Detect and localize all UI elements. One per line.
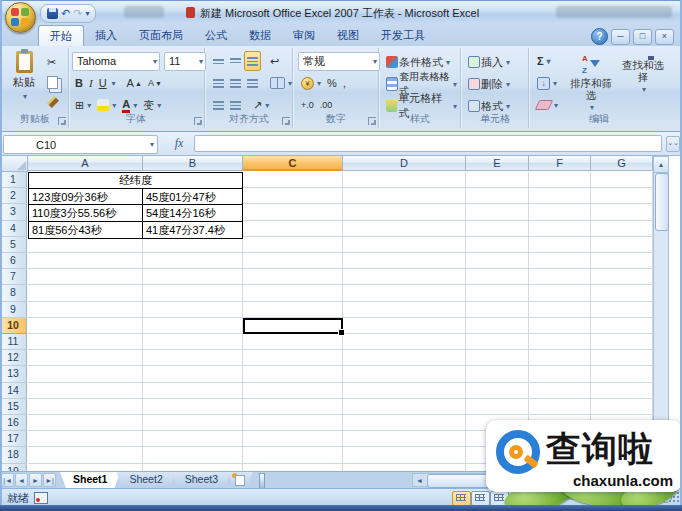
row-header-5[interactable]: 5 <box>0 237 27 253</box>
column-header-D[interactable]: D <box>343 156 466 171</box>
grid-cell-A3[interactable]: 110度3分55.56秒 <box>29 205 143 220</box>
row-header-8[interactable]: 8 <box>0 285 27 301</box>
underline-button[interactable]: U <box>96 73 110 93</box>
page-layout-view-button[interactable] <box>471 491 490 506</box>
tab-split-handle[interactable] <box>259 473 265 489</box>
format-painter-button[interactable] <box>44 92 62 112</box>
font-dialog-launcher-icon[interactable] <box>194 117 202 125</box>
row-header-17[interactable]: 17 <box>0 431 27 447</box>
row-header-12[interactable]: 12 <box>0 350 27 366</box>
vertical-scroll-thumb[interactable] <box>655 173 669 231</box>
column-header-E[interactable]: E <box>466 156 529 171</box>
first-sheet-button[interactable]: |◄ <box>1 473 14 487</box>
find-select-button[interactable]: 查找和选择 ▾ <box>618 50 668 116</box>
select-all-corner[interactable] <box>0 156 28 172</box>
merged-cell-A1-B1[interactable]: 经纬度 <box>29 173 242 189</box>
office-button[interactable] <box>5 2 36 33</box>
tab-insert[interactable]: 插入 <box>84 25 128 46</box>
grid-cell-B2[interactable]: 45度01分47秒 <box>143 189 242 204</box>
align-right-button[interactable] <box>244 73 261 93</box>
formula-input[interactable] <box>194 135 662 152</box>
name-box[interactable]: C10 ▾ <box>3 135 158 154</box>
percent-style-button[interactable]: % <box>324 73 340 93</box>
alignment-dialog-launcher-icon[interactable] <box>282 117 290 125</box>
column-header-G[interactable]: G <box>591 156 653 171</box>
wrap-text-button[interactable]: ↩ <box>267 51 282 71</box>
align-left-button[interactable] <box>210 73 227 93</box>
grid-cell-A4[interactable]: 81度56分43秒 <box>29 222 143 238</box>
tab-developer[interactable]: 开发工具 <box>370 25 436 46</box>
row-header-11[interactable]: 11 <box>0 334 27 350</box>
column-header-C[interactable]: C <box>243 156 343 171</box>
fill-handle[interactable] <box>338 329 345 336</box>
align-middle-button[interactable] <box>227 51 244 71</box>
insert-function-button[interactable]: fx <box>168 135 190 152</box>
row-header-9[interactable]: 9 <box>0 302 27 318</box>
row-header-16[interactable]: 16 <box>0 415 27 431</box>
insert-cells-button[interactable]: 插入 ▾ <box>465 52 513 72</box>
bold-button[interactable]: B <box>72 73 86 93</box>
column-header-B[interactable]: B <box>143 156 243 171</box>
row-header-4[interactable]: 4 <box>0 221 27 237</box>
accounting-format-button[interactable]: ¥▾ <box>298 73 324 93</box>
clipboard-dialog-launcher-icon[interactable] <box>58 117 66 125</box>
row-header-13[interactable]: 13 <box>0 366 27 382</box>
customize-quick-access-icon[interactable]: ▾ <box>85 7 89 20</box>
save-icon[interactable] <box>47 8 58 19</box>
paste-button[interactable]: 粘贴 ▾ <box>6 50 42 114</box>
shrink-font-button[interactable]: A▼ <box>145 73 165 93</box>
autosum-button[interactable]: Σ▾ <box>534 51 554 71</box>
sheet-tab-sheet2[interactable]: Sheet2 <box>116 472 175 488</box>
last-sheet-button[interactable]: ►| <box>43 473 56 487</box>
copy-button[interactable] <box>44 72 61 92</box>
align-center-button[interactable] <box>227 73 244 93</box>
grid-cell-B4[interactable]: 41度47分37.4秒 <box>143 222 242 238</box>
cut-button[interactable]: ✂ <box>44 52 59 72</box>
grid-cell-A2[interactable]: 123度09分36秒 <box>29 189 143 204</box>
restore-button[interactable]: □ <box>633 29 652 45</box>
tab-page-layout[interactable]: 页面布局 <box>128 25 194 46</box>
sheet-tab-sheet3[interactable]: Sheet3 <box>172 472 231 488</box>
row-header-2[interactable]: 2 <box>0 188 27 204</box>
row-header-15[interactable]: 15 <box>0 399 27 415</box>
scroll-up-icon[interactable]: ▲ <box>654 157 668 173</box>
row-header-14[interactable]: 14 <box>0 383 27 399</box>
number-format-combo[interactable]: 常规 ▾ <box>298 52 380 71</box>
font-name-combo[interactable]: Tahoma ▾ <box>72 52 160 71</box>
column-header-A[interactable]: A <box>28 156 143 171</box>
scroll-left-icon[interactable]: ◄ <box>414 475 425 486</box>
insert-worksheet-button[interactable] <box>227 472 253 487</box>
close-button[interactable]: × <box>655 29 674 45</box>
align-bottom-button[interactable] <box>244 51 261 71</box>
row-header-1[interactable]: 1 <box>0 172 27 188</box>
column-header-F[interactable]: F <box>529 156 591 171</box>
sort-filter-button[interactable]: AZ 排序和筛选 ▾ <box>566 50 616 116</box>
merge-center-button[interactable]: ▾ <box>267 73 295 93</box>
font-size-combo[interactable]: 11 ▾ <box>164 52 206 71</box>
minimize-button[interactable]: ─ <box>611 29 630 45</box>
help-icon[interactable]: ? <box>591 28 608 45</box>
delete-cells-button[interactable]: 删除 ▾ <box>465 74 513 94</box>
tab-data[interactable]: 数据 <box>238 25 282 46</box>
tab-formulas[interactable]: 公式 <box>194 25 238 46</box>
row-header-6[interactable]: 6 <box>0 253 27 269</box>
tab-review[interactable]: 审阅 <box>282 25 326 46</box>
number-dialog-launcher-icon[interactable] <box>368 117 376 125</box>
row-header-7[interactable]: 7 <box>0 269 27 285</box>
row-header-3[interactable]: 3 <box>0 204 27 220</box>
previous-sheet-button[interactable]: ◄ <box>15 473 28 487</box>
grow-font-button[interactable]: A▲ <box>124 73 145 93</box>
fill-button[interactable]: ↓▾ <box>534 73 560 93</box>
undo-icon[interactable]: ↶ <box>61 7 70 20</box>
conditional-formatting-button[interactable]: 条件格式 ▾ <box>383 52 453 72</box>
macro-record-icon[interactable] <box>34 492 48 504</box>
tab-view[interactable]: 视图 <box>326 25 370 46</box>
row-header-10[interactable]: 10 <box>0 318 27 334</box>
align-top-button[interactable] <box>210 51 227 71</box>
italic-button[interactable]: I <box>86 73 96 93</box>
tab-home[interactable]: 开始 <box>38 25 84 47</box>
comma-style-button[interactable]: , <box>340 73 349 93</box>
grid-cell-B3[interactable]: 54度14分16秒 <box>143 205 242 220</box>
redo-icon[interactable]: ↷ <box>73 7 82 20</box>
next-sheet-button[interactable]: ► <box>29 473 42 487</box>
